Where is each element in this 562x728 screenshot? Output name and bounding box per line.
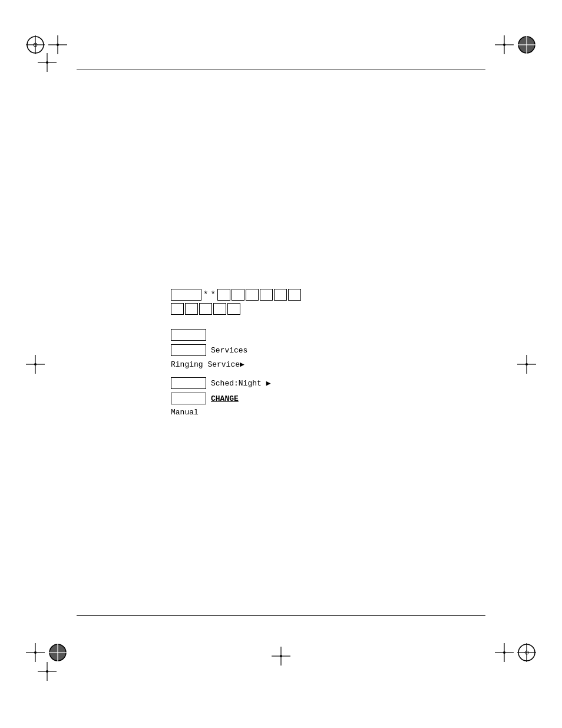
svg-point-15 [503,44,505,46]
manual-label: Manual [171,408,199,417]
input-row-1: * * [171,289,406,301]
input-row-2 [171,303,406,315]
reg-mark-top-left-inner2 [37,52,58,73]
reg-mark-bottom-left-outer [47,642,68,663]
input-field-7[interactable] [288,289,301,301]
main-content-area: * * Services Ringing Service▶ Sched:Nigh… [171,289,406,417]
svg-point-30 [503,651,505,654]
reg-mark-bottom-center [270,645,292,667]
reg-mark-bottom-right-inner [494,642,515,663]
services-label: Services [211,346,247,355]
svg-point-41 [525,363,528,365]
change-label: CHANGE [211,394,239,403]
ringing-service-label: Ringing Service [171,360,240,369]
svg-point-9 [46,61,48,64]
input-field-6[interactable] [274,289,287,301]
field-row-services: Services [171,344,406,356]
bottom-rule [77,615,485,616]
input-field-4[interactable] [246,289,259,301]
reg-mark-bottom-right-outer [516,642,537,663]
sched-night-arrow: ▶ [266,378,271,388]
input-field-11[interactable] [213,303,226,315]
input-field-13[interactable] [171,329,206,341]
reg-mark-bottom-left-inner1 [25,642,46,663]
svg-point-24 [46,670,48,673]
svg-point-38 [34,363,37,365]
input-field-14[interactable] [171,344,206,356]
input-field-16[interactable] [171,393,206,404]
reg-mark-top-right-outer [516,34,537,55]
input-field-8[interactable] [171,303,184,315]
top-rule [77,70,485,70]
input-field-10[interactable] [199,303,212,315]
svg-point-6 [57,44,59,46]
sched-night-label: Sched:Night [211,379,262,388]
reg-mark-top-right-inner [494,34,515,55]
svg-point-27 [280,655,282,657]
ringing-service-arrow: ▶ [240,360,244,369]
svg-point-21 [34,651,37,654]
star-icon-2: * [210,290,215,299]
field-row-1 [171,329,406,341]
field-row-change: CHANGE [171,393,406,404]
input-field-15[interactable] [171,377,206,389]
input-field-1[interactable] [171,289,201,301]
input-field-2[interactable] [217,289,230,301]
ringing-service-row: Ringing Service▶ [171,360,406,369]
input-field-3[interactable] [232,289,244,301]
input-field-12[interactable] [227,303,240,315]
input-field-5[interactable] [260,289,273,301]
manual-row: Manual [171,408,406,417]
reg-mark-bottom-left-inner2 [37,661,58,682]
reg-mark-mid-left [25,354,46,375]
input-field-9[interactable] [185,303,198,315]
field-row-sched: Sched:Night▶ [171,377,406,389]
star-icon-1: * [203,290,208,299]
reg-mark-mid-right [516,354,537,375]
